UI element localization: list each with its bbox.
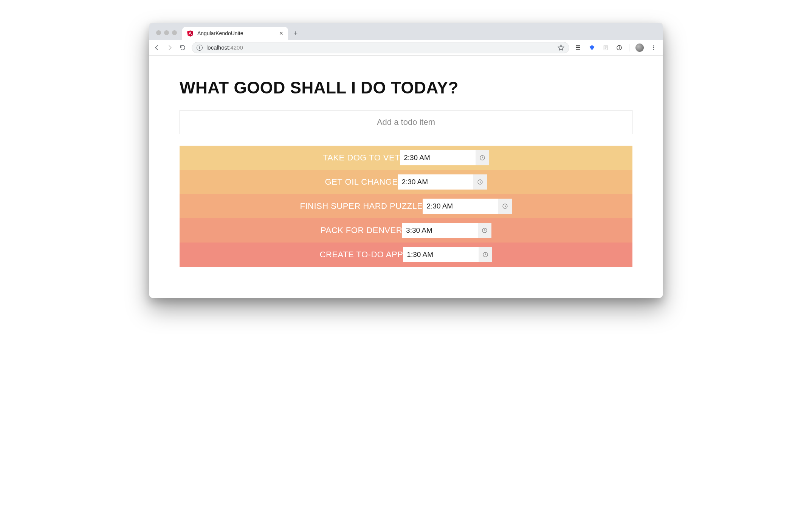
toolbar-right — [575, 44, 659, 52]
add-todo-input[interactable] — [180, 110, 632, 134]
browser-menu-icon[interactable] — [650, 44, 657, 51]
time-picker — [403, 247, 492, 262]
extension-circle-icon[interactable] — [615, 44, 623, 51]
todo-row: GET OIL CHANGE — [180, 170, 632, 194]
time-picker-button[interactable] — [479, 247, 492, 262]
time-input[interactable] — [423, 199, 498, 214]
svg-point-14 — [653, 47, 654, 48]
todo-label: CREATE TO-DO APP — [320, 250, 403, 260]
svg-point-13 — [653, 45, 654, 47]
toolbar-separator — [629, 44, 629, 51]
clock-icon — [482, 227, 488, 233]
window-close-dot[interactable] — [156, 30, 161, 35]
time-picker — [398, 174, 487, 190]
window-minimize-dot[interactable] — [164, 30, 169, 35]
window-maximize-dot[interactable] — [172, 30, 177, 35]
time-input[interactable] — [402, 223, 478, 238]
todo-label: GET OIL CHANGE — [325, 177, 398, 187]
svg-rect-4 — [576, 47, 580, 48]
address-bar[interactable]: i localhost:4200 — [192, 42, 569, 53]
window-controls — [154, 30, 180, 40]
svg-rect-5 — [576, 49, 580, 50]
page-heading: WHAT GOOD SHALL I DO TODAY? — [180, 78, 632, 97]
reload-button[interactable] — [179, 44, 186, 51]
new-tab-button[interactable]: + — [290, 28, 301, 39]
site-info-icon[interactable]: i — [197, 45, 203, 51]
time-picker-button[interactable] — [478, 223, 491, 238]
time-picker-button[interactable] — [498, 199, 512, 214]
page-viewport: WHAT GOOD SHALL I DO TODAY? TAKE DOG TO … — [149, 56, 663, 298]
angular-icon — [187, 30, 194, 37]
clock-icon — [482, 252, 488, 258]
svg-point-15 — [653, 49, 654, 50]
svg-rect-3 — [576, 45, 580, 46]
time-picker — [400, 150, 489, 165]
time-picker — [423, 199, 512, 214]
url-host: localhost — [206, 44, 229, 51]
url-port: :4200 — [229, 44, 243, 51]
todo-list: TAKE DOG TO VETGET OIL CHANGEFINISH SUPE… — [180, 146, 632, 267]
tab-close-icon[interactable]: ✕ — [279, 31, 284, 36]
extension-layers-icon[interactable] — [575, 44, 582, 51]
todo-row: CREATE TO-DO APP — [180, 243, 632, 267]
clock-icon — [479, 155, 485, 161]
todo-label: FINISH SUPER HARD PUZZLE — [300, 201, 423, 211]
tab-strip: AngularKendoUnite ✕ + — [149, 23, 663, 40]
extension-diamond-icon[interactable] — [588, 44, 596, 51]
browser-window: AngularKendoUnite ✕ + i localhost:4200 — [149, 23, 663, 298]
svg-marker-2 — [558, 45, 564, 50]
clock-icon — [477, 179, 483, 185]
time-picker — [402, 223, 491, 238]
todo-label: PACK FOR DENVER — [321, 225, 402, 235]
browser-tab[interactable]: AngularKendoUnite ✕ — [182, 27, 288, 40]
time-picker-button[interactable] — [473, 174, 487, 190]
bookmark-star-icon[interactable] — [558, 44, 564, 51]
todo-row: TAKE DOG TO VET — [180, 146, 632, 170]
time-picker-button[interactable] — [476, 150, 489, 165]
forward-button[interactable] — [166, 44, 174, 51]
extension-doc-icon[interactable] — [602, 44, 609, 51]
url-text: localhost:4200 — [206, 44, 243, 51]
svg-marker-6 — [589, 45, 594, 50]
time-input[interactable] — [398, 174, 473, 190]
todo-label: TAKE DOG TO VET — [323, 153, 400, 163]
clock-icon — [502, 203, 508, 209]
back-button[interactable] — [153, 44, 161, 51]
tab-title: AngularKendoUnite — [197, 30, 275, 36]
profile-avatar[interactable] — [635, 44, 644, 52]
time-input[interactable] — [403, 247, 479, 262]
todo-row: PACK FOR DENVER — [180, 218, 632, 243]
time-input[interactable] — [400, 150, 476, 165]
todo-row: FINISH SUPER HARD PUZZLE — [180, 194, 632, 218]
browser-toolbar: i localhost:4200 — [149, 40, 663, 56]
